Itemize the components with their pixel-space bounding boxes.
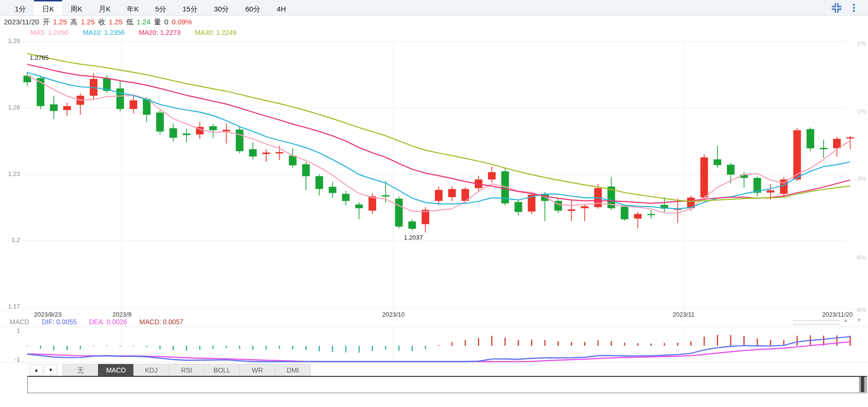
- indicator-tabbar: 无MACDKDJRSIBOLLWRDMI: [63, 364, 311, 376]
- period-tab[interactable]: 15分: [174, 0, 206, 15]
- price-axis-label: 1.2: [0, 236, 20, 243]
- pane-up-button[interactable]: ▲: [30, 364, 43, 375]
- macd-axis-label: 1: [0, 327, 20, 334]
- kebab-menu-icon[interactable]: [849, 3, 858, 12]
- ohlc-info-segment: 1.25: [53, 18, 67, 26]
- pane-down-button[interactable]: ▼: [44, 364, 57, 375]
- pane-resize-handle[interactable]: [793, 320, 839, 325]
- ohlc-info-segment: 1.25: [81, 18, 95, 26]
- period-tabbar: 1分日K周K月K年K5分15分30分60分4H: [0, 0, 868, 16]
- indicator-tab[interactable]: KDJ: [133, 364, 169, 376]
- percent-axis-label: 1%: [846, 40, 866, 47]
- period-tab[interactable]: 4H: [269, 0, 294, 15]
- ma-values-bar: MA5: 1.2450MA10: 1.2356MA20: 1.2273MA30:…: [31, 29, 251, 37]
- price-axis-label: 1.17: [0, 303, 20, 310]
- indicator-tab[interactable]: DMI: [275, 364, 311, 376]
- ohlc-info-segment: 1.25: [108, 18, 122, 26]
- price-axis-label: 1.29: [0, 37, 20, 44]
- date-axis-label: 2023/8/23: [34, 311, 62, 318]
- pane-collapse-down-button[interactable]: ▼: [857, 317, 862, 323]
- period-tab[interactable]: 1分: [7, 0, 34, 15]
- indicator-tab[interactable]: 无: [63, 364, 98, 376]
- date-axis-label: 2023/9: [112, 311, 131, 318]
- macd-value-label: MACD: [10, 318, 29, 326]
- price-axis-label: 1.26: [0, 104, 20, 111]
- ma-value-label: MA30: 1.2249: [195, 29, 237, 36]
- period-tab[interactable]: 周K: [62, 0, 90, 15]
- percent-axis-label: -1%: [846, 108, 866, 115]
- price-annotation: 1.2037: [404, 234, 423, 241]
- ohlc-info-segment: 0.09%: [172, 18, 192, 26]
- ma-value-label: MA5: 1.2450: [31, 29, 68, 36]
- date-axis-label: 2023/10: [382, 311, 405, 318]
- ohlc-info-segment: 高: [70, 18, 77, 27]
- pane-collapse-up-button[interactable]: ▲: [843, 317, 848, 323]
- date-axis-label: 2023/11: [673, 311, 694, 318]
- ohlc-info-segment: 收: [98, 18, 105, 27]
- ohlc-info-segment: 量: [154, 18, 161, 27]
- tabbar-icons: [832, 0, 868, 15]
- percent-axis-label: -3%: [846, 175, 866, 182]
- macd-values-bar: MACDDIF: 0.0055DEA: 0.0026MACD: 0.0057: [10, 318, 196, 327]
- macd-axis-label: -1: [0, 356, 20, 363]
- ohlc-info-segment: 2023/11/20: [4, 18, 39, 26]
- ohlc-info-segment: 开: [43, 18, 50, 27]
- timeline-range-slider[interactable]: [859, 377, 866, 392]
- ma-value-label: MA20: 1.2273: [139, 29, 181, 36]
- price-axis-label: 1.23: [0, 170, 20, 177]
- macd-value-label: DEA: 0.0026: [89, 318, 127, 326]
- price-annotation: 1.2765: [30, 54, 49, 61]
- ohlc-info-bar: 2023/11/20开1.25高1.25收1.25低1.24量00.09%: [4, 18, 195, 27]
- indicator-tab[interactable]: RSI: [169, 364, 205, 376]
- period-tab[interactable]: 月K: [90, 0, 119, 15]
- collapse-icon[interactable]: [832, 3, 842, 13]
- indicator-tab[interactable]: WR: [239, 364, 275, 376]
- ohlc-info-segment: 低: [126, 18, 133, 27]
- indicator-tab[interactable]: BOLL: [204, 364, 240, 376]
- timeline-minimap-frame[interactable]: [27, 376, 867, 393]
- candlestick-chart[interactable]: [0, 0, 868, 407]
- period-tab[interactable]: 60分: [237, 0, 269, 15]
- macd-value-label: DIF: 0.0055: [42, 318, 76, 326]
- period-tab[interactable]: 5分: [147, 0, 174, 15]
- period-tab[interactable]: 年K: [119, 0, 147, 15]
- ohlc-info-segment: 0: [164, 18, 168, 26]
- chart-application: 1分日K周K月K年K5分15分30分60分4H 2023/11/20开1.25高…: [0, 0, 868, 407]
- ma-value-label: MA10: 1.2356: [83, 29, 124, 36]
- period-tab[interactable]: 日K: [34, 0, 62, 15]
- indicator-tab[interactable]: MACD: [98, 364, 134, 376]
- ohlc-info-segment: 1.24: [137, 18, 151, 26]
- percent-axis-label: -6%: [846, 254, 866, 261]
- macd-value-label: MACD: 0.0057: [140, 318, 184, 326]
- period-tab[interactable]: 30分: [206, 0, 237, 15]
